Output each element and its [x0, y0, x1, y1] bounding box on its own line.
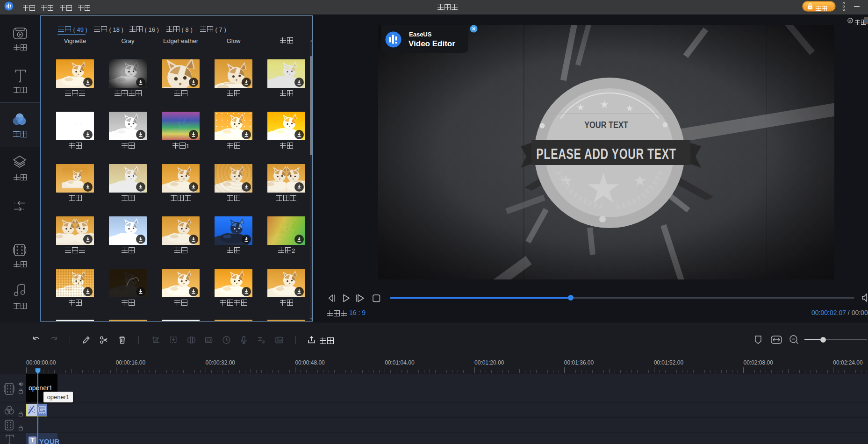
- svg-text:YOUR TEXT: YOUR TEXT: [584, 119, 628, 130]
- svg-text:PLEASE ADD YOUR TEXT: PLEASE ADD YOUR TEXT: [536, 145, 676, 162]
